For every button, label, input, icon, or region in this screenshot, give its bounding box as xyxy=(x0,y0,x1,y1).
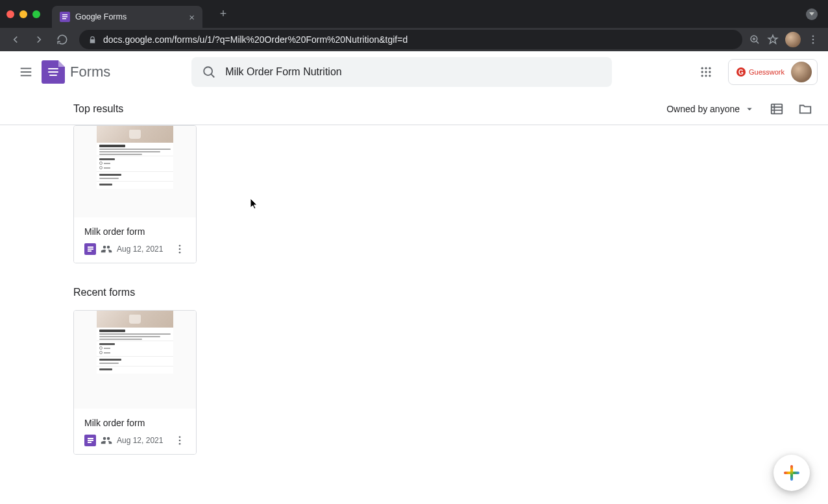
plus-icon xyxy=(784,465,799,481)
owner-filter-dropdown[interactable]: Owned by anyone xyxy=(666,103,755,115)
create-new-fab[interactable] xyxy=(773,455,810,491)
form-title: Milk order form xyxy=(84,226,186,237)
tab-strip: Google Forms × + xyxy=(0,0,828,28)
svg-rect-8 xyxy=(21,71,32,73)
form-date: Aug 12, 2021 xyxy=(117,245,163,254)
window-minimize-button[interactable] xyxy=(19,10,27,18)
svg-point-12 xyxy=(705,67,707,69)
browser-chrome: Google Forms × + docs.google.com/forms/u… xyxy=(0,0,828,51)
svg-point-15 xyxy=(705,71,707,73)
profile-avatar-icon[interactable] xyxy=(785,32,801,47)
app-logo[interactable]: Forms xyxy=(42,60,110,84)
search-icon xyxy=(202,65,216,79)
tab-close-button[interactable]: × xyxy=(189,12,195,23)
svg-point-26 xyxy=(179,443,181,445)
svg-rect-2 xyxy=(62,18,66,19)
owner-filter-label: Owned by anyone xyxy=(666,104,740,114)
form-card[interactable]: Milk order form Aug 12, 2021 xyxy=(73,125,197,263)
url-input[interactable]: docs.google.com/forms/u/1/?q=Milk%20Orde… xyxy=(79,30,742,49)
tab-title: Google Forms xyxy=(75,12,185,21)
svg-rect-1 xyxy=(62,16,67,18)
svg-point-18 xyxy=(705,75,707,77)
svg-point-22 xyxy=(179,248,181,250)
section-label: Top results xyxy=(73,103,123,115)
recent-heading: Recent forms xyxy=(73,287,755,298)
lock-icon xyxy=(88,36,97,44)
shared-icon xyxy=(101,243,112,255)
form-card-meta: Milk order form Aug 12, 2021 xyxy=(74,217,196,263)
list-view-button[interactable] xyxy=(770,102,784,116)
results-toolbar: Top results Owned by anyone xyxy=(0,93,828,125)
form-card-meta: Milk order form Aug 12, 2021 xyxy=(74,409,196,454)
shared-icon xyxy=(101,435,112,446)
browser-menu-button[interactable] xyxy=(807,34,819,45)
window-controls xyxy=(6,10,40,18)
zoom-icon[interactable] xyxy=(749,34,761,45)
url-text: docs.google.com/forms/u/1/?q=Milk%20Orde… xyxy=(103,34,408,45)
svg-point-25 xyxy=(179,440,181,442)
form-title: Milk order form xyxy=(84,418,186,428)
form-more-button[interactable] xyxy=(174,435,186,446)
forward-button[interactable] xyxy=(29,29,49,50)
guesswork-icon: G xyxy=(737,67,746,77)
svg-point-13 xyxy=(709,67,711,69)
svg-point-11 xyxy=(701,67,703,69)
form-more-button[interactable] xyxy=(174,243,186,255)
window-close-button[interactable] xyxy=(6,10,14,18)
bookmark-star-icon[interactable] xyxy=(767,34,779,45)
app-header: Forms G Guesswork xyxy=(0,51,828,93)
svg-point-4 xyxy=(812,35,814,37)
form-thumbnail xyxy=(74,311,196,409)
forms-favicon-icon xyxy=(60,12,70,22)
reload-button[interactable] xyxy=(52,29,73,50)
new-tab-button[interactable]: + xyxy=(214,5,232,23)
chip-label: Guesswork xyxy=(749,68,785,76)
main-menu-button[interactable] xyxy=(10,56,42,88)
svg-point-17 xyxy=(701,75,703,77)
forms-logo-icon xyxy=(42,60,65,84)
svg-point-19 xyxy=(709,75,711,77)
svg-rect-9 xyxy=(21,75,32,77)
svg-point-24 xyxy=(179,436,181,438)
forms-doc-icon xyxy=(84,243,96,255)
svg-point-16 xyxy=(709,71,711,73)
svg-point-5 xyxy=(812,39,814,41)
svg-point-14 xyxy=(701,71,703,73)
form-card[interactable]: Milk order form Aug 12, 2021 xyxy=(73,310,197,455)
back-button[interactable] xyxy=(5,29,26,50)
svg-point-6 xyxy=(812,42,814,44)
svg-point-10 xyxy=(204,67,212,75)
caret-down-icon xyxy=(744,103,755,115)
guesswork-badge: G Guesswork xyxy=(737,67,785,77)
svg-rect-0 xyxy=(62,14,67,16)
svg-rect-7 xyxy=(21,68,32,69)
browser-tab[interactable]: Google Forms × xyxy=(52,6,202,28)
tab-overflow[interactable] xyxy=(806,8,818,20)
google-apps-button[interactable] xyxy=(693,59,719,85)
window-maximize-button[interactable] xyxy=(32,10,40,18)
search-input[interactable] xyxy=(225,66,602,78)
form-date: Aug 12, 2021 xyxy=(117,436,163,445)
open-file-picker-button[interactable] xyxy=(798,102,812,116)
svg-point-21 xyxy=(179,245,181,246)
form-thumbnail xyxy=(74,126,196,217)
app-name: Forms xyxy=(70,64,110,80)
search-box[interactable] xyxy=(191,57,612,87)
svg-rect-20 xyxy=(772,104,783,114)
account-avatar-icon xyxy=(791,62,812,82)
forms-doc-icon xyxy=(84,435,96,446)
content-area: Milk order form Aug 12, 2021 Recent form… xyxy=(0,125,828,455)
account-chip[interactable]: G Guesswork xyxy=(728,59,818,85)
address-bar: docs.google.com/forms/u/1/?q=Milk%20Orde… xyxy=(0,28,828,51)
svg-point-23 xyxy=(179,252,181,254)
